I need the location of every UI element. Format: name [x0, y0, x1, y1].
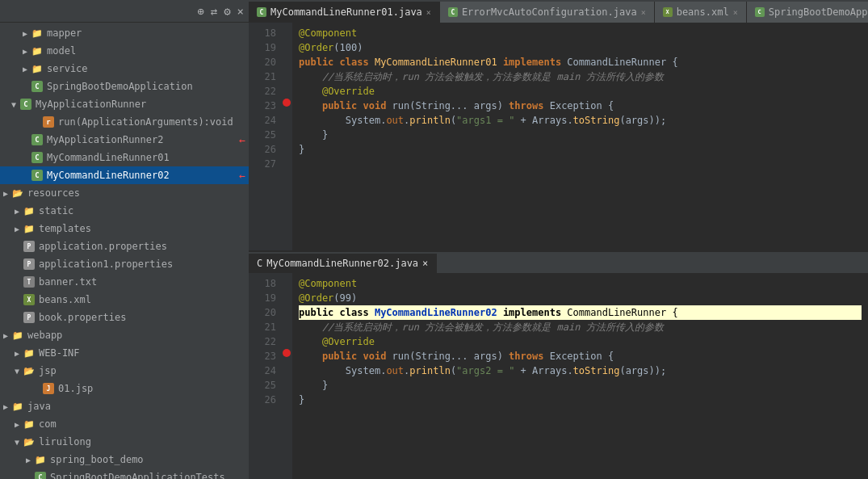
tab-label: MyCommandLineRunner01.java	[270, 6, 422, 18]
tree-item-webapp[interactable]: ▶ 📁 webapp	[0, 326, 249, 344]
tab-close-button[interactable]: ×	[426, 8, 431, 17]
tree-item-run-method[interactable]: r run(ApplicationArguments):void	[0, 113, 249, 131]
folder-icon: 📂	[23, 435, 36, 448]
gutter-top	[281, 23, 292, 250]
class-icon: C	[34, 471, 47, 479]
add-icon[interactable]: ⊕	[197, 5, 203, 18]
method-icon: r	[42, 116, 55, 128]
tabs-bar: C MyCommandLineRunner01.java × C ErrorMv…	[249, 0, 868, 23]
tree-item-com[interactable]: ▶ 📁 com	[0, 415, 249, 433]
txt-icon: T	[23, 275, 36, 288]
gutter-cell	[281, 110, 292, 124]
tree-item-book-props[interactable]: P book.properties	[0, 309, 249, 326]
tree-item-01jsp[interactable]: J 01.jsp	[0, 380, 249, 397]
tree-item-java[interactable]: ▶ 📁 java	[0, 397, 249, 415]
tab-springbootapp[interactable]: C SpringBootDemoApplication	[747, 2, 868, 23]
code-line: @Order(100)	[299, 40, 862, 55]
code-line: @Order(99)	[299, 291, 862, 305]
code-editor-top: 18 19 20 21 22 23 24 25 26 27	[249, 23, 868, 250]
code-content-top[interactable]: @Component @Order(100) public class MyCo…	[292, 23, 868, 250]
code-line: @Component	[299, 26, 862, 40]
tab-class-icon: C	[257, 258, 262, 269]
code-line	[299, 157, 862, 171]
folder-icon: 📁	[23, 418, 36, 431]
tree-item-beans-xml[interactable]: X beans.xml	[0, 291, 249, 309]
tab-close-button[interactable]: ×	[733, 8, 738, 17]
tree-item-banner[interactable]: T banner.txt	[0, 273, 249, 291]
tree-label: model	[47, 45, 245, 57]
folder-icon: 📁	[31, 62, 44, 75]
tree-label: banner.txt	[39, 276, 245, 288]
tree-label: spring_boot_demo	[50, 454, 245, 465]
code-line: public class MyCommandLineRunner01 imple…	[299, 55, 862, 69]
tree-item-spring-boot-demo[interactable]: ▶ 📁 spring_boot_demo	[0, 451, 249, 468]
tree-item-jsp[interactable]: ▼ 📂 jsp	[0, 362, 249, 380]
tree-item-service[interactable]: ▶ 📁 service	[0, 60, 249, 78]
tab-beansxml[interactable]: X beans.xml ×	[655, 2, 747, 23]
prop-icon: P	[23, 240, 36, 253]
gear-icon[interactable]: ⚙	[224, 5, 230, 18]
gutter-cell-breakpoint[interactable]	[281, 346, 292, 360]
class-icon: C	[31, 151, 44, 164]
tree-label: jsp	[39, 365, 245, 376]
tree-item-app-props[interactable]: P application.properties	[0, 237, 249, 255]
code-line: System.out.println("args1 = " + Arrays.t…	[299, 113, 862, 128]
tree-item-app1-props[interactable]: P application1.properties	[0, 255, 249, 273]
gutter-cell	[281, 375, 292, 389]
tree-item-myapprunner2[interactable]: C MyApplicationRunner2 ←	[0, 131, 249, 149]
tree-item-springbootdemo[interactable]: C SpringBootDemoApplication	[0, 78, 249, 95]
jsp-icon: J	[42, 382, 55, 395]
line-numbers-top: 18 19 20 21 22 23 24 25 26 27	[249, 23, 281, 250]
code-content-bottom[interactable]: @Component @Order(99) public class MyCom…	[292, 273, 868, 480]
arrow-icon: ▶	[11, 225, 23, 233]
folder-icon: 📁	[34, 453, 47, 466]
gutter-cell	[281, 81, 292, 95]
tree-item-cmdrunner02[interactable]: C MyCommandLineRunner02 ←	[0, 166, 249, 184]
class-icon: C	[31, 133, 44, 146]
code-line: public void run(String... args) throws E…	[299, 349, 862, 363]
tab-cmdrunner01[interactable]: C MyCommandLineRunner01.java ×	[249, 2, 440, 23]
tab-label: MyCommandLineRunner02.java	[266, 258, 418, 269]
tab-errormvc[interactable]: C ErrorMvcAutoConfiguration.java ×	[440, 2, 655, 23]
tree-label: WEB-INF	[39, 347, 245, 359]
code-line: }	[299, 142, 862, 157]
arrow-icon: ▶	[11, 349, 23, 358]
tree-item-springbootdemotests[interactable]: C SpringBootDemoApplicationTests	[0, 468, 249, 479]
tree-label: com	[39, 418, 245, 430]
code-line: //当系统启动时，run 方法会被触发，方法参数就是 main 方法所传入的参数	[299, 320, 862, 334]
editor-panels: 18 19 20 21 22 23 24 25 26 27	[249, 23, 868, 479]
tab-label: ErrorMvcAutoConfiguration.java	[462, 6, 637, 18]
tab-xml-icon: X	[663, 7, 673, 17]
code-line: @Override	[299, 84, 862, 99]
close-icon[interactable]: ×	[237, 5, 244, 18]
tree-item-webinf[interactable]: ▶ 📁 WEB-INF	[0, 344, 249, 362]
arrow-icon: ▼	[11, 438, 23, 447]
sync-icon[interactable]: ⇄	[211, 5, 217, 18]
folder-icon: 📁	[23, 222, 36, 235]
gutter-cell	[281, 389, 292, 404]
tab-close-button[interactable]: ×	[641, 8, 646, 17]
tree-item-static[interactable]: ▶ 📁 static	[0, 202, 249, 220]
inner-tab-cmdrunner02[interactable]: C MyCommandLineRunner02.java ×	[249, 254, 437, 273]
tree-label: MyCommandLineRunner01	[47, 152, 245, 163]
tab-close-button[interactable]: ×	[422, 258, 428, 269]
arrow-icon: ▶	[19, 47, 31, 56]
code-line: }	[299, 128, 862, 142]
gutter-cell-breakpoint[interactable]	[281, 95, 292, 110]
arrow-icon: ▶	[11, 207, 23, 216]
tree-item-mapper[interactable]: ▶ 📁 mapper	[0, 24, 249, 42]
gutter-cell	[281, 23, 292, 37]
folder-icon: 📂	[23, 364, 36, 377]
tree-label: SpringBootDemoApplicationTests	[50, 472, 245, 479]
tree-item-resources[interactable]: ▶ 📂 resources	[0, 184, 249, 202]
tree-label: 01.jsp	[58, 383, 245, 394]
gutter-cell	[281, 331, 292, 346]
tree-item-templates[interactable]: ▶ 📁 templates	[0, 220, 249, 237]
tree-item-myapprunner[interactable]: ▼ C MyApplicationRunner	[0, 95, 249, 113]
tree-item-cmdrunner01[interactable]: C MyCommandLineRunner01	[0, 149, 249, 166]
gutter-cell	[281, 124, 292, 139]
code-line: //当系统启动时，run 方法会被触发，方法参数就是 main 方法所传入的参数	[299, 69, 862, 84]
tree-item-model[interactable]: ▶ 📁 model	[0, 42, 249, 60]
tree-item-liruilong[interactable]: ▼ 📂 liruilong	[0, 433, 249, 451]
tree-label: MyCommandLineRunner02	[47, 170, 237, 181]
